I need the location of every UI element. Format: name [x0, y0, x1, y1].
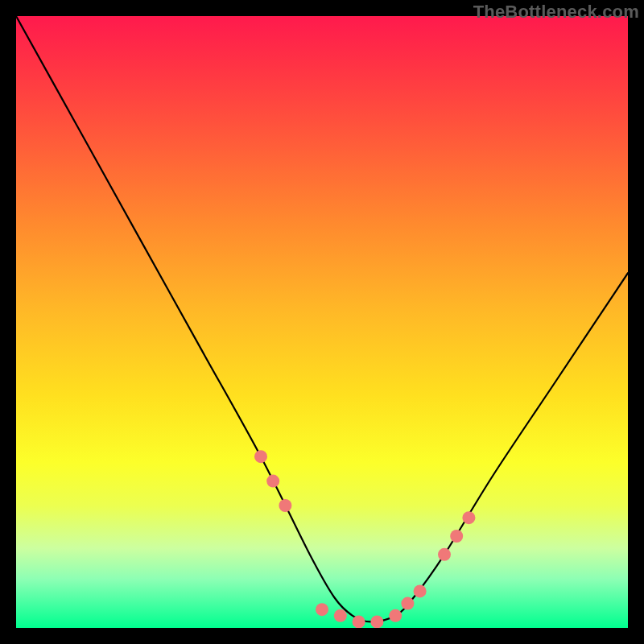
chart-frame: TheBottleneck.com	[0, 0, 644, 644]
highlight-dot	[438, 548, 451, 561]
watermark-text: TheBottleneck.com	[473, 2, 639, 23]
plot-area	[16, 16, 628, 628]
highlight-dot	[389, 609, 402, 622]
highlight-dot	[462, 511, 475, 524]
highlight-dot	[316, 603, 328, 616]
highlight-dot	[414, 584, 427, 597]
highlight-dot	[353, 615, 365, 628]
highlight-dot	[370, 615, 383, 628]
bottleneck-curve	[16, 16, 628, 621]
highlight-dot	[334, 609, 347, 622]
highlight-dot	[401, 597, 414, 610]
highlight-dots	[254, 450, 475, 628]
highlight-dot	[450, 530, 463, 543]
highlight-dot	[254, 450, 267, 463]
chart-svg	[16, 16, 628, 628]
highlight-dot	[279, 499, 291, 512]
highlight-dot	[266, 475, 279, 488]
